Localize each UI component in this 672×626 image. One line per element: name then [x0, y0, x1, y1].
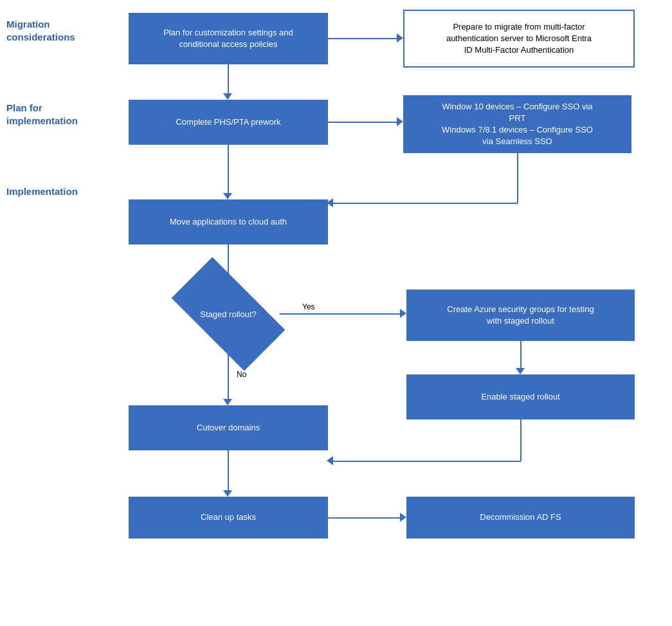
- box-cleanup: Clean up tasks: [129, 497, 328, 539]
- arrow-yes-h: [280, 313, 402, 315]
- arrow-h-2: [328, 122, 399, 123]
- arrow-cutover-head: [223, 490, 232, 497]
- arrow-enable-left: [328, 461, 521, 462]
- arrow-v-azure-down: [520, 341, 522, 370]
- box-create-azure: Create Azure security groups for testing…: [406, 290, 635, 341]
- arrow-h-2-head: [397, 117, 403, 126]
- label-yes: Yes: [302, 302, 315, 311]
- box-complete-phs: Complete PHS/PTA prework: [129, 100, 328, 145]
- box-windows-sso: Window 10 devices – Configure SSO via PR…: [403, 95, 631, 153]
- box-decommission: Decommission AD FS: [406, 497, 635, 539]
- arrow-no-head: [223, 399, 232, 405]
- box-cutover: Cutover domains: [129, 405, 328, 450]
- diamond-container: Staged rollout?: [177, 285, 280, 343]
- arrow-no-v: [228, 343, 229, 401]
- arrow-v-2: [228, 145, 229, 195]
- arrow-enable-down: [520, 419, 522, 461]
- arrow-enable-left-head: [327, 456, 333, 465]
- arrow-cleanup-right: [328, 517, 402, 519]
- label-no: No: [237, 370, 246, 379]
- arrow-v-2-head: [223, 193, 232, 199]
- box-enable-staged: Enable staged rollout: [406, 374, 635, 419]
- box-prepare-migrate: Prepare to migrate from multi-factor aut…: [403, 10, 635, 68]
- arrow-yes-head: [400, 309, 406, 318]
- arrow-v-cutover: [228, 450, 229, 492]
- diagram-container: Migration considerations Plan for implem…: [0, 0, 672, 626]
- arrow-v-1: [228, 64, 229, 95]
- arrow-azure-down-head: [516, 368, 525, 374]
- label-plan: Plan for implementation: [6, 102, 125, 127]
- box-customization: Plan for customization settings and cond…: [129, 13, 328, 64]
- arrow-cleanup-right-head: [400, 513, 406, 522]
- arrow-1-head: [397, 33, 403, 42]
- arrow-h-1: [328, 38, 399, 39]
- arrow-v-right-1: [517, 153, 518, 203]
- box-move-apps: Move applications to cloud auth: [129, 199, 328, 244]
- arrow-v-1-head: [223, 93, 232, 100]
- label-migration: Migration considerations: [6, 18, 125, 43]
- label-implementation: Implementation: [6, 185, 125, 198]
